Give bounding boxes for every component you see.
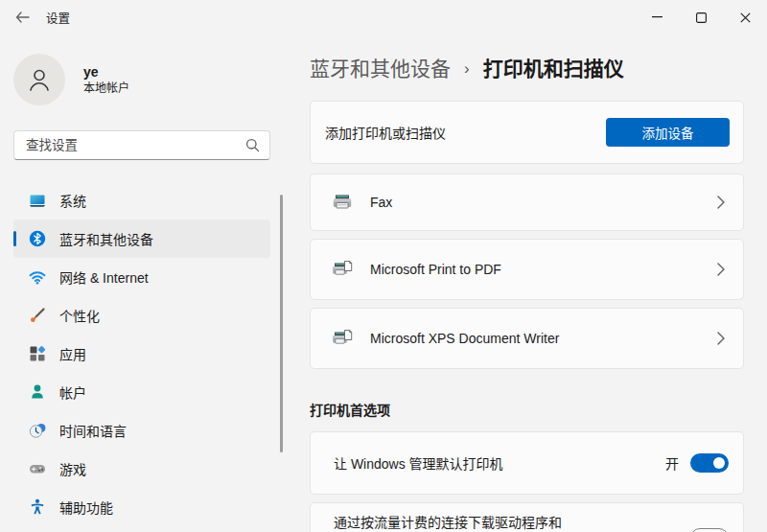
close-icon xyxy=(740,12,751,23)
sidebar-item-label: 个性化 xyxy=(59,306,100,325)
printer-row-xps-writer[interactable]: Microsoft XPS Document Writer xyxy=(310,308,744,369)
sidebar-item-time-language[interactable]: 时间和语言 xyxy=(13,411,270,450)
minimize-icon xyxy=(652,16,662,18)
minimize-button[interactable] xyxy=(635,0,679,35)
person-outline-icon xyxy=(25,65,54,94)
back-arrow-icon xyxy=(15,12,30,23)
toggle-knob xyxy=(713,457,725,469)
chevron-right-icon xyxy=(717,332,725,345)
sidebar-item-gaming[interactable]: 游戏 xyxy=(13,450,270,488)
metered-connection-label: 通过按流量计费的连接下载驱动程序和 xyxy=(334,512,562,531)
printer-row-print-to-pdf[interactable]: Microsoft Print to PDF xyxy=(310,239,744,300)
system-icon xyxy=(29,192,46,209)
settings-window: { "window": { "title": "设置", "controls":… xyxy=(0,0,767,532)
time-language-icon xyxy=(29,422,46,439)
breadcrumb: 蓝牙和其他设备 › 打印机和扫描仪 xyxy=(310,55,744,83)
sidebar-item-label: 蓝牙和其他设备 xyxy=(59,229,153,248)
sidebar-item-label: 游戏 xyxy=(59,459,86,478)
sidebar-nav: 系统 蓝牙和其他设备 xyxy=(0,181,288,526)
sidebar-item-label: 应用 xyxy=(59,344,86,363)
chevron-right-icon xyxy=(717,196,725,209)
sidebar-item-label: 帐户 xyxy=(59,382,86,402)
close-button[interactable] xyxy=(723,0,767,35)
sidebar-item-accessibility[interactable]: 辅助功能 xyxy=(13,488,270,526)
printer-icon xyxy=(332,193,353,212)
breadcrumb-separator-icon: › xyxy=(464,55,470,83)
accounts-icon xyxy=(29,383,46,401)
printer-document-icon xyxy=(332,260,353,279)
sidebar-item-label: 辅助功能 xyxy=(59,497,113,517)
selection-indicator xyxy=(13,231,16,246)
printer-document-icon xyxy=(332,329,353,348)
printer-name: Fax xyxy=(370,195,717,210)
sidebar-item-system[interactable]: 系统 xyxy=(13,181,270,220)
main-content: 蓝牙和其他设备 › 打印机和扫描仪 添加打印机或扫描仪 添加设备 Fax xyxy=(288,35,767,532)
titlebar: 设置 xyxy=(0,0,767,35)
sidebar-item-label: 系统 xyxy=(59,191,86,210)
search-input[interactable] xyxy=(13,130,270,160)
sidebar: ye 本地帐户 系统 xyxy=(0,35,288,532)
sidebar-item-network-internet[interactable]: 网络 & Internet xyxy=(13,258,270,296)
sidebar-item-label: 网络 & Internet xyxy=(59,267,149,287)
back-button[interactable] xyxy=(6,5,38,30)
profile-text: ye 本地帐户 xyxy=(83,63,129,96)
window-controls xyxy=(635,0,767,35)
personalization-icon xyxy=(29,307,46,324)
default-printer-toggle[interactable] xyxy=(690,453,729,473)
default-printer-toggle-card: 让 Windows 管理默认打印机 开 xyxy=(310,431,744,495)
sidebar-item-bluetooth-devices[interactable]: 蓝牙和其他设备 xyxy=(13,220,270,258)
sidebar-item-personalization[interactable]: 个性化 xyxy=(13,296,270,335)
bluetooth-icon xyxy=(29,230,46,247)
add-printer-label: 添加打印机或扫描仪 xyxy=(325,123,606,142)
account-type: 本地帐户 xyxy=(83,81,129,96)
gaming-icon xyxy=(29,460,46,477)
sidebar-item-label: 时间和语言 xyxy=(59,421,127,440)
printer-name: Microsoft XPS Document Writer xyxy=(370,331,717,346)
accessibility-icon xyxy=(29,498,46,516)
avatar xyxy=(13,54,65,105)
default-printer-toggle-label: 让 Windows 管理默认打印机 xyxy=(334,453,665,473)
network-icon xyxy=(29,268,46,286)
metered-connection-toggle[interactable] xyxy=(690,528,729,532)
toggle-state-label: 开 xyxy=(665,453,679,473)
sidebar-item-apps[interactable]: 应用 xyxy=(13,335,270,373)
window-title: 设置 xyxy=(46,9,70,27)
apps-icon xyxy=(29,345,46,362)
maximize-button[interactable] xyxy=(679,0,723,35)
search-icon xyxy=(245,138,260,152)
metered-connection-card: 通过按流量计费的连接下载驱动程序和 xyxy=(310,502,744,532)
add-device-button[interactable]: 添加设备 xyxy=(606,118,730,147)
user-profile[interactable]: ye 本地帐户 xyxy=(13,54,288,105)
chevron-right-icon xyxy=(717,263,725,276)
breadcrumb-parent[interactable]: 蓝牙和其他设备 xyxy=(310,55,451,83)
user-name: ye xyxy=(83,63,129,81)
printer-preferences-heading: 打印机首选项 xyxy=(310,403,744,418)
sidebar-scrollbar[interactable] xyxy=(280,195,283,452)
sidebar-item-accounts[interactable]: 帐户 xyxy=(13,373,270,411)
page-title: 打印机和扫描仪 xyxy=(483,55,624,83)
add-printer-card: 添加打印机或扫描仪 添加设备 xyxy=(310,101,744,164)
maximize-icon xyxy=(696,12,707,23)
printer-row-fax[interactable]: Fax xyxy=(310,173,744,231)
search-box xyxy=(13,130,270,160)
printer-name: Microsoft Print to PDF xyxy=(370,262,717,277)
